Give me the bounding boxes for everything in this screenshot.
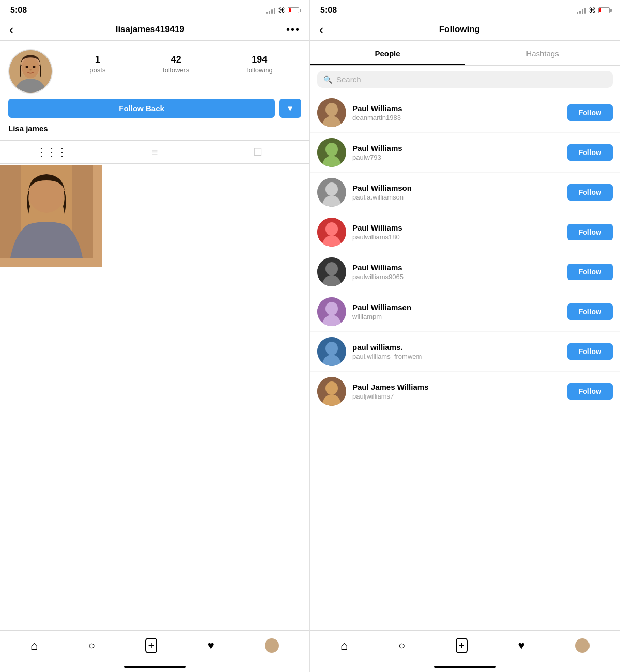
right-heart-nav-icon[interactable]: ♥ — [518, 639, 524, 652]
action-row: Follow Back ▼ — [0, 99, 309, 124]
post-thumbnail[interactable] — [0, 165, 102, 267]
people-tab[interactable]: People — [310, 43, 465, 65]
svg-point-5 — [33, 66, 36, 68]
search-nav-icon[interactable]: ○ — [88, 639, 95, 652]
dropdown-button[interactable]: ▼ — [279, 99, 301, 118]
profile-avatar[interactable] — [8, 49, 53, 94]
user-handle: paulwilliams180 — [352, 233, 561, 241]
following-tab-bar: People Hashtags — [310, 41, 620, 66]
right-status-icons: ⌘ — [577, 6, 610, 14]
user-avatar[interactable] — [317, 138, 346, 167]
user-display-name: Paul Williams — [352, 144, 561, 152]
search-icon: 🔍 — [323, 75, 332, 84]
user-info: Paul Williams paulwilliams9065 — [352, 263, 561, 281]
right-status-time: 5:08 — [320, 6, 337, 15]
left-back-button[interactable]: ‹ — [9, 23, 14, 36]
search-input[interactable]: Search — [336, 75, 361, 84]
right-home-nav-icon[interactable]: ⌂ — [340, 638, 348, 653]
right-home-indicator — [434, 666, 496, 668]
follow-back-button[interactable]: Follow Back — [8, 99, 275, 118]
follow-button[interactable]: Follow — [567, 303, 613, 320]
view-tabs: ⋮⋮⋮ ≡ ☐ — [0, 140, 309, 164]
user-avatar[interactable] — [317, 98, 346, 127]
user-display-name: Paul Williamson — [352, 184, 561, 192]
svg-point-21 — [326, 302, 338, 315]
left-phone-panel: 5:08 ⌘ ‹ lisajames419419 ••• — [0, 0, 310, 672]
user-row: Paul Williams deanmartin1983Follow — [310, 93, 620, 133]
heart-nav-icon[interactable]: ♥ — [208, 639, 214, 652]
user-row: Paul Williams paulwilliams9065Follow — [310, 252, 620, 292]
left-more-button[interactable]: ••• — [286, 24, 300, 36]
left-nav-header: ‹ lisajames419419 ••• — [0, 19, 309, 41]
list-view-tab[interactable]: ≡ — [103, 146, 207, 158]
right-search-nav-icon[interactable]: ○ — [398, 639, 405, 652]
right-profile-nav-icon[interactable] — [575, 638, 590, 653]
tag-view-tab[interactable]: ☐ — [206, 146, 309, 158]
profile-nav-icon[interactable] — [265, 638, 279, 653]
right-plus-nav-icon[interactable]: + — [456, 638, 468, 653]
user-display-name: paul williams. — [352, 343, 561, 352]
left-status-bar: 5:08 ⌘ — [0, 0, 309, 19]
user-info: Paul Williams paulwilliams180 — [352, 223, 561, 241]
user-display-name: Paul Williams — [352, 263, 561, 272]
grid-icon: ⋮⋮⋮ — [36, 146, 67, 158]
user-row: paul williams. paul.williams_fromwemFoll… — [310, 332, 620, 372]
user-row: Paul Williams paulwilliams180Follow — [310, 212, 620, 252]
list-icon: ≡ — [152, 146, 158, 158]
right-wifi-icon: ⌘ — [588, 6, 596, 14]
following-label: following — [246, 66, 273, 74]
user-avatar[interactable] — [317, 337, 346, 366]
tag-icon: ☐ — [253, 146, 262, 158]
user-avatar[interactable] — [317, 178, 346, 207]
left-status-time: 5:08 — [10, 6, 27, 15]
profile-stats: 1 posts 42 followers 194 following — [61, 49, 301, 74]
svg-point-6 — [29, 69, 32, 71]
user-handle: paul.williams_fromwem — [352, 353, 561, 360]
right-battery-icon — [598, 7, 610, 13]
home-indicator — [124, 666, 186, 668]
grid-view-tab[interactable]: ⋮⋮⋮ — [0, 146, 103, 158]
svg-point-23 — [326, 342, 338, 355]
follow-button[interactable]: Follow — [567, 144, 613, 161]
right-bottom-nav: ⌂ ○ + ♥ — [310, 630, 620, 664]
left-bottom-nav: ⌂ ○ + ♥ — [0, 630, 309, 664]
right-status-bar: 5:08 ⌘ — [310, 0, 620, 19]
user-display-name: Paul James Williams — [352, 383, 561, 391]
right-nav-title: Following — [439, 24, 480, 35]
follow-button[interactable]: Follow — [567, 224, 613, 240]
user-handle: pauljwilliams7 — [352, 392, 561, 400]
svg-point-13 — [326, 143, 338, 156]
home-nav-icon[interactable]: ⌂ — [30, 638, 38, 653]
follow-button[interactable]: Follow — [567, 343, 613, 360]
user-info: Paul Williams paulw793 — [352, 144, 561, 161]
right-signal-icon — [577, 7, 586, 14]
search-bar[interactable]: 🔍 Search — [317, 71, 613, 88]
user-avatar[interactable] — [317, 257, 346, 286]
follow-button[interactable]: Follow — [567, 383, 613, 400]
posts-grid — [0, 164, 309, 267]
left-status-icons: ⌘ — [266, 6, 299, 14]
followers-count: 42 — [163, 54, 189, 65]
stat-posts: 1 posts — [89, 54, 105, 74]
user-display-name: Paul Williamsen — [352, 303, 561, 312]
user-avatar[interactable] — [317, 377, 346, 406]
right-back-button[interactable]: ‹ — [319, 23, 324, 36]
follow-button[interactable]: Follow — [567, 264, 613, 280]
plus-nav-icon[interactable]: + — [145, 638, 157, 653]
user-row: Paul James Williams pauljwilliams7Follow — [310, 372, 620, 411]
hashtags-tab[interactable]: Hashtags — [465, 43, 620, 65]
follow-button[interactable]: Follow — [567, 104, 613, 121]
stat-following: 194 following — [246, 54, 273, 74]
user-row: Paul Williamsen williampmFollow — [310, 292, 620, 332]
left-nav-title: lisajames419419 — [116, 24, 184, 35]
follow-button[interactable]: Follow — [567, 184, 613, 201]
user-info: Paul James Williams pauljwilliams7 — [352, 383, 561, 400]
user-info: Paul Williamsen williampm — [352, 303, 561, 320]
posts-label: posts — [89, 66, 105, 74]
user-avatar[interactable] — [317, 297, 346, 326]
user-avatar[interactable] — [317, 218, 346, 247]
svg-point-3 — [22, 59, 39, 78]
right-phone-panel: 5:08 ⌘ ‹ Following People Hashtags — [310, 0, 620, 672]
right-nav-header: ‹ Following — [310, 19, 620, 41]
content-spacer — [0, 267, 309, 630]
